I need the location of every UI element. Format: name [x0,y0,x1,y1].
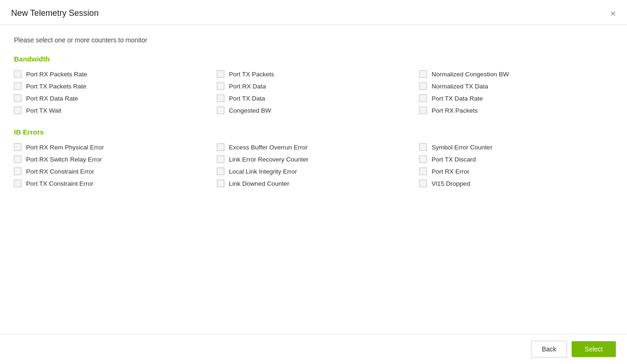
counter-label: Local Link Integrity Error [229,168,297,175]
counter-label: Excess Buffer Overrun Error [229,144,308,151]
counter-item[interactable]: Port RX Switch Relay Error [14,155,208,163]
counter-label: Port RX Constraint Error [26,168,94,175]
counter-label: Port RX Error [431,168,469,175]
counter-label: Port TX Packets [229,71,274,78]
counter-label: Port TX Packets Rate [26,83,87,90]
counter-item[interactable]: Normalized TX Data [419,82,613,90]
counter-item[interactable]: Local Link Integrity Error [217,168,411,175]
counter-item[interactable]: Port TX Constraint Error [14,180,208,187]
counter-label: Vl15 Dropped [431,180,470,187]
counter-item[interactable]: Symbol Error Counter [419,143,613,151]
sections-container: BandwidthPort RX Packets RatePort TX Pac… [14,55,613,187]
counter-checkbox[interactable] [217,94,224,102]
counter-checkbox[interactable] [14,143,21,151]
counter-item[interactable]: Port RX Packets [419,107,613,114]
counter-item[interactable]: Vl15 Dropped [419,180,613,187]
counter-checkbox[interactable] [419,94,427,102]
counter-checkbox[interactable] [14,70,21,78]
counter-label: Port RX Switch Relay Error [26,156,102,163]
counter-label: Port TX Discard [431,156,476,163]
counter-label: Port TX Wait [26,107,61,114]
counter-label: Congested BW [229,107,271,114]
counter-checkbox[interactable] [419,168,427,175]
counter-item[interactable]: Normalized Congestion BW [419,70,613,78]
counter-item[interactable]: Port TX Data Rate [419,94,613,102]
counter-checkbox[interactable] [14,82,21,90]
counter-label: Normalized TX Data [431,83,488,90]
counter-checkbox[interactable] [419,180,427,187]
counter-checkbox[interactable] [419,70,427,78]
counter-label: Port TX Data [229,95,265,102]
counter-checkbox[interactable] [14,180,21,187]
dialog: New Telemetry Session × Please select on… [0,0,627,364]
counter-item[interactable]: Port RX Data [217,82,411,90]
counter-item[interactable]: Port TX Wait [14,107,208,114]
counter-label: Port RX Rem Physical Error [26,144,104,151]
counter-checkbox[interactable] [217,107,224,114]
counter-item[interactable]: Port TX Packets [217,70,411,78]
counter-item[interactable]: Link Downed Counter [217,180,411,187]
counter-item[interactable]: Port RX Rem Physical Error [14,143,208,151]
counter-label: Port TX Constraint Error [26,180,94,187]
counter-label: Link Error Recovery Counter [229,156,309,163]
dialog-subtitle: Please select one or more counters to mo… [14,36,613,44]
counter-checkbox[interactable] [217,143,224,151]
counters-grid-ib-errors: Port RX Rem Physical ErrorExcess Buffer … [14,143,613,187]
counter-label: Link Downed Counter [229,180,290,187]
counter-label: Port RX Packets [431,107,478,114]
counter-checkbox[interactable] [419,107,427,114]
counter-item[interactable]: Port RX Error [419,168,613,175]
counter-checkbox[interactable] [217,155,224,163]
counter-label: Port RX Data [229,83,266,90]
dialog-header: New Telemetry Session × [0,0,627,25]
counter-checkbox[interactable] [217,82,224,90]
close-button[interactable]: × [610,9,616,18]
counter-item[interactable]: Port RX Packets Rate [14,70,208,78]
counter-item[interactable]: Port TX Packets Rate [14,82,208,90]
counter-checkbox[interactable] [14,168,21,175]
counters-grid-bandwidth: Port RX Packets RatePort TX PacketsNorma… [14,70,613,114]
counter-label: Normalized Congestion BW [431,71,509,78]
counter-item[interactable]: Congested BW [217,107,411,114]
counter-item[interactable]: Port TX Discard [419,155,613,163]
counter-label: Port TX Data Rate [431,95,483,102]
counter-label: Port RX Packets Rate [26,71,87,78]
counter-checkbox[interactable] [217,70,224,78]
counter-checkbox[interactable] [217,180,224,187]
counter-label: Symbol Error Counter [431,144,492,151]
counter-checkbox[interactable] [419,143,427,151]
counter-checkbox[interactable] [14,107,21,114]
counter-checkbox[interactable] [14,155,21,163]
counter-item[interactable]: Port TX Data [217,94,411,102]
back-button[interactable]: Back [531,341,567,357]
counter-item[interactable]: Port RX Constraint Error [14,168,208,175]
section-title-bandwidth: Bandwidth [14,55,613,63]
dialog-body: Please select one or more counters to mo… [0,25,627,334]
select-button[interactable]: Select [572,341,616,357]
counter-label: Port RX Data Rate [26,95,78,102]
counter-checkbox[interactable] [419,82,427,90]
counter-item[interactable]: Link Error Recovery Counter [217,155,411,163]
counter-item[interactable]: Excess Buffer Overrun Error [217,143,411,151]
counter-checkbox[interactable] [217,168,224,175]
section-title-ib-errors: IB Errors [14,128,613,136]
dialog-title: New Telemetry Session [11,8,99,18]
counter-checkbox[interactable] [14,94,21,102]
counter-item[interactable]: Port RX Data Rate [14,94,208,102]
counter-checkbox[interactable] [419,155,427,163]
dialog-footer: Back Select [0,334,627,364]
